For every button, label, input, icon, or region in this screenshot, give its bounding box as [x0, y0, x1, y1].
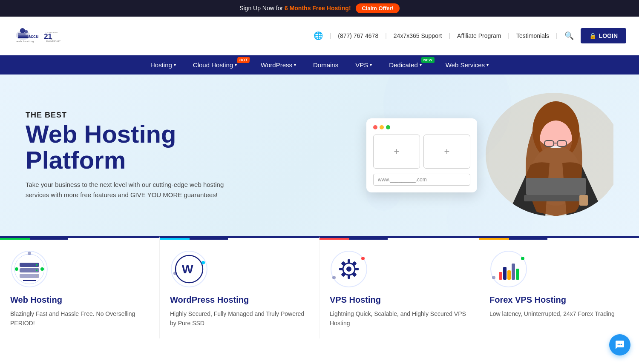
- svg-rect-2: [18, 35, 28, 37]
- nav-vps[interactable]: VPS ▾: [347, 55, 380, 75]
- login-button[interactable]: 🔒 LOGIN: [581, 28, 626, 43]
- svg-rect-24: [579, 195, 588, 206]
- web-hosting-icon: [10, 250, 49, 288]
- announcement-bar: Sign Up Now for 6 Months Free Hosting! C…: [0, 0, 639, 17]
- browser-grid: + +: [373, 135, 470, 169]
- hero-title: Web Hosting Platform: [26, 121, 264, 173]
- dot-green: [386, 125, 390, 129]
- svg-rect-56: [499, 272, 502, 280]
- svg-point-61: [521, 257, 524, 260]
- hero-visual: + + www._________.com: [366, 93, 613, 218]
- chevron-down-icon: ▾: [294, 63, 296, 67]
- chevron-down-icon: ▾: [174, 63, 176, 67]
- chevron-down-icon: ▾: [235, 63, 237, 67]
- feature-desc-wp: Highly Secured, Fully Managed and Truly …: [170, 309, 309, 328]
- logo-area: accu web hosting CELEBRATING 21 st ANNIV…: [13, 21, 64, 51]
- svg-text:ANNIVERSARY: ANNIVERSARY: [46, 40, 61, 43]
- chevron-down-icon: ▾: [370, 63, 372, 67]
- svg-rect-57: [503, 267, 507, 280]
- feature-title-wp: WordPress Hosting: [170, 295, 309, 305]
- nav-cloud-hosting[interactable]: Cloud Hosting ▾ HOT: [184, 55, 252, 75]
- browser-box-1: +: [373, 135, 420, 169]
- hero-section: THE BEST Web Hosting Platform Take your …: [0, 75, 639, 236]
- svg-point-31: [36, 269, 37, 271]
- phone-link[interactable]: (877) 767 4678: [338, 32, 378, 39]
- features-section: Web Hosting Blazingly Fast and Hassle Fr…: [0, 236, 639, 338]
- svg-text:W: W: [182, 263, 193, 276]
- lock-icon: 🔒: [589, 32, 596, 39]
- svg-point-35: [40, 267, 44, 271]
- svg-rect-45: [348, 259, 350, 264]
- nav-hosting[interactable]: Hosting ▾: [142, 55, 184, 75]
- hero-description: Take your business to the next level wit…: [26, 180, 230, 200]
- nav-domains[interactable]: Domains: [305, 55, 347, 75]
- svg-rect-48: [354, 268, 359, 270]
- svg-point-5: [24, 30, 28, 33]
- browser-url: www._________.com: [373, 174, 470, 186]
- nav-wordpress[interactable]: WordPress ▾: [252, 55, 305, 75]
- dot-red: [373, 125, 377, 129]
- svg-point-30: [36, 264, 37, 266]
- logo[interactable]: accu web hosting CELEBRATING 21 st ANNIV…: [13, 21, 64, 51]
- browser-dots: [373, 125, 470, 129]
- svg-point-34: [15, 267, 18, 271]
- svg-point-36: [28, 252, 31, 255]
- announcement-text: Sign Up Now for: [239, 5, 285, 11]
- feature-title-vps: VPS Hosting: [330, 295, 469, 305]
- hot-badge: HOT: [237, 57, 250, 63]
- announcement-highlight: 6 Months Free Hosting!: [285, 5, 351, 11]
- forex-icon: [489, 250, 528, 288]
- header-nav: 🌐 | (877) 767 4678 | 24x7x365 Support | …: [314, 28, 626, 43]
- svg-text:st: st: [51, 38, 52, 40]
- svg-point-62: [492, 276, 495, 279]
- svg-rect-46: [348, 275, 350, 279]
- svg-point-53: [361, 257, 365, 260]
- svg-rect-60: [516, 269, 519, 280]
- svg-point-41: [173, 272, 177, 275]
- feature-desc-web: Blazingly Fast and Hassle Free. No Overs…: [10, 309, 149, 328]
- svg-rect-1: [18, 36, 28, 38]
- testimonials-link[interactable]: Testimonials: [516, 32, 549, 39]
- feature-web-hosting: Web Hosting Blazingly Fast and Hassle Fr…: [0, 236, 160, 338]
- claim-offer-button[interactable]: Claim Offer!: [356, 3, 399, 13]
- svg-rect-47: [339, 268, 343, 270]
- svg-point-55: [491, 251, 527, 287]
- svg-text:web hosting: web hosting: [16, 40, 34, 43]
- svg-rect-3: [18, 33, 26, 35]
- browser-mockup: + + www._________.com: [366, 118, 477, 192]
- feature-vps: VPS Hosting Lightning Quick, Scalable, a…: [320, 236, 479, 338]
- feature-title-web: Web Hosting: [10, 295, 149, 305]
- svg-point-44: [346, 267, 351, 272]
- feature-desc-vps: Lightning Quick, Scalable, and Highly Se…: [330, 309, 469, 328]
- feature-desc-forex: Low latency, Uninterrupted, 24x7 Forex T…: [489, 309, 629, 318]
- svg-rect-19: [524, 195, 588, 201]
- nav-web-services[interactable]: Web Services ▾: [437, 55, 497, 75]
- search-icon[interactable]: 🔍: [564, 31, 574, 40]
- svg-text:accu: accu: [28, 34, 39, 39]
- hero-subtitle: THE BEST: [26, 111, 264, 120]
- chevron-down-icon: ▾: [420, 63, 422, 67]
- svg-rect-20: [526, 178, 586, 195]
- support-link[interactable]: 24x7x365 Support: [394, 32, 442, 39]
- svg-rect-58: [507, 270, 511, 280]
- header: accu web hosting CELEBRATING 21 st ANNIV…: [0, 17, 639, 55]
- svg-point-40: [201, 261, 205, 264]
- svg-point-32: [36, 275, 37, 277]
- vps-icon: [330, 250, 368, 288]
- svg-point-54: [332, 276, 336, 279]
- feature-wordpress: W WordPress Hosting Highly Secured, Full…: [160, 236, 320, 338]
- browser-box-2: +: [423, 135, 470, 169]
- globe-icon[interactable]: 🌐: [314, 31, 323, 40]
- hero-content: THE BEST Web Hosting Platform Take your …: [26, 111, 264, 201]
- dot-yellow: [380, 125, 384, 129]
- nav-dedicated[interactable]: Dedicated ▾ NEW: [380, 55, 437, 75]
- affiliate-link[interactable]: Affiliate Program: [457, 32, 501, 39]
- svg-point-4: [20, 28, 25, 33]
- feature-title-forex: Forex VPS Hosting: [489, 295, 629, 305]
- svg-rect-59: [512, 264, 515, 280]
- new-badge: NEW: [421, 57, 435, 63]
- wordpress-icon: W: [170, 250, 208, 288]
- main-nav: Hosting ▾ Cloud Hosting ▾ HOT WordPress …: [0, 55, 639, 75]
- feature-forex: Forex VPS Hosting Low latency, Uninterru…: [479, 236, 639, 338]
- chevron-down-icon: ▾: [486, 63, 489, 67]
